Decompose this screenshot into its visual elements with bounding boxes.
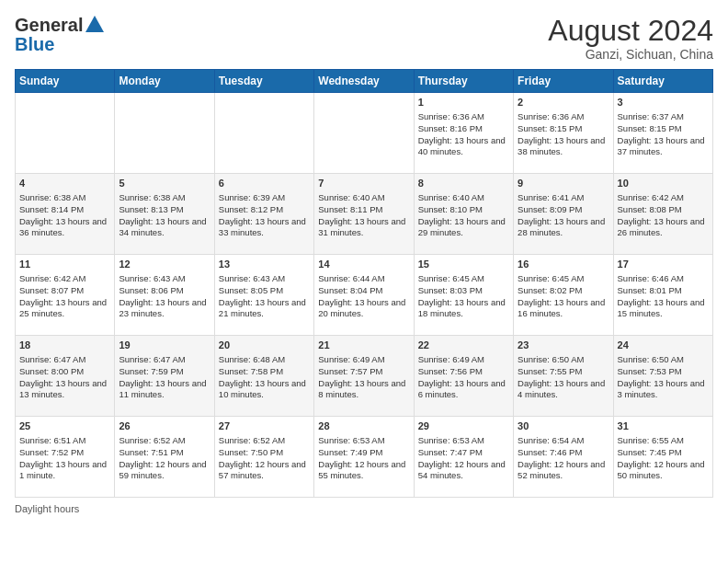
calendar-day-cell: 5Sunrise: 6:38 AM Sunset: 8:13 PM Daylig… — [115, 174, 214, 255]
day-number: 4 — [19, 177, 110, 190]
calendar-day-cell: 7Sunrise: 6:40 AM Sunset: 8:11 PM Daylig… — [314, 174, 414, 255]
day-info: Sunrise: 6:53 AM Sunset: 7:49 PM Dayligh… — [318, 435, 409, 482]
title-area: August 2024 Ganzi, Sichuan, China — [548, 15, 713, 62]
calendar-day-cell: 3Sunrise: 6:37 AM Sunset: 8:15 PM Daylig… — [613, 93, 712, 174]
calendar-day-cell: 4Sunrise: 6:38 AM Sunset: 8:14 PM Daylig… — [16, 174, 115, 255]
col-header-tuesday: Tuesday — [214, 70, 313, 93]
calendar-day-cell: 16Sunrise: 6:45 AM Sunset: 8:02 PM Dayli… — [514, 255, 613, 336]
day-info: Sunrise: 6:43 AM Sunset: 8:06 PM Dayligh… — [119, 273, 210, 320]
calendar-day-cell: 26Sunrise: 6:52 AM Sunset: 7:51 PM Dayli… — [115, 417, 214, 498]
day-number: 2 — [518, 96, 609, 109]
day-info: Sunrise: 6:43 AM Sunset: 8:05 PM Dayligh… — [219, 273, 310, 320]
calendar-day-cell: 25Sunrise: 6:51 AM Sunset: 7:52 PM Dayli… — [16, 417, 115, 498]
day-number: 10 — [618, 177, 709, 190]
month-year-title: August 2024 — [548, 15, 713, 47]
header: General Blue August 2024 Ganzi, Sichuan,… — [15, 15, 713, 62]
day-info: Sunrise: 6:42 AM Sunset: 8:08 PM Dayligh… — [618, 192, 709, 239]
calendar-day-cell: 14Sunrise: 6:44 AM Sunset: 8:04 PM Dayli… — [314, 255, 414, 336]
day-info: Sunrise: 6:50 AM Sunset: 7:53 PM Dayligh… — [618, 354, 709, 401]
calendar-table: SundayMondayTuesdayWednesdayThursdayFrid… — [15, 69, 713, 498]
col-header-thursday: Thursday — [414, 70, 513, 93]
day-number: 13 — [219, 258, 310, 271]
day-number: 27 — [219, 419, 310, 433]
calendar-header-row: SundayMondayTuesdayWednesdayThursdayFrid… — [16, 70, 713, 93]
logo-triangle-icon — [85, 14, 105, 34]
day-number: 29 — [418, 419, 509, 433]
calendar-week-row: 1Sunrise: 6:36 AM Sunset: 8:16 PM Daylig… — [16, 93, 713, 174]
calendar-day-cell: 20Sunrise: 6:48 AM Sunset: 7:58 PM Dayli… — [214, 336, 313, 417]
day-info: Sunrise: 6:51 AM Sunset: 7:52 PM Dayligh… — [19, 435, 110, 482]
day-info: Sunrise: 6:50 AM Sunset: 7:55 PM Dayligh… — [518, 354, 609, 401]
day-number: 7 — [318, 177, 409, 190]
day-number: 9 — [518, 177, 609, 190]
day-info: Sunrise: 6:45 AM Sunset: 8:02 PM Dayligh… — [518, 273, 609, 320]
day-number: 23 — [518, 339, 609, 352]
day-info: Sunrise: 6:40 AM Sunset: 8:11 PM Dayligh… — [318, 192, 409, 239]
daylight-label: Daylight hours — [15, 503, 79, 514]
day-info: Sunrise: 6:38 AM Sunset: 8:13 PM Dayligh… — [119, 192, 210, 239]
calendar-day-cell: 17Sunrise: 6:46 AM Sunset: 8:01 PM Dayli… — [613, 255, 712, 336]
calendar-day-cell: 31Sunrise: 6:55 AM Sunset: 7:45 PM Dayli… — [613, 417, 712, 498]
calendar-day-cell: 23Sunrise: 6:50 AM Sunset: 7:55 PM Dayli… — [514, 336, 613, 417]
day-info: Sunrise: 6:39 AM Sunset: 8:12 PM Dayligh… — [219, 192, 310, 239]
location-subtitle: Ganzi, Sichuan, China — [548, 47, 713, 62]
logo-blue-text: Blue — [15, 34, 54, 55]
calendar-day-cell: 28Sunrise: 6:53 AM Sunset: 7:49 PM Dayli… — [314, 417, 414, 498]
day-info: Sunrise: 6:49 AM Sunset: 7:56 PM Dayligh… — [418, 354, 509, 401]
day-info: Sunrise: 6:47 AM Sunset: 7:59 PM Dayligh… — [119, 354, 210, 401]
col-header-saturday: Saturday — [613, 70, 712, 93]
day-info: Sunrise: 6:44 AM Sunset: 8:04 PM Dayligh… — [318, 273, 409, 320]
day-number: 16 — [518, 258, 609, 271]
calendar-day-cell: 15Sunrise: 6:45 AM Sunset: 8:03 PM Dayli… — [414, 255, 513, 336]
calendar-day-cell: 21Sunrise: 6:49 AM Sunset: 7:57 PM Dayli… — [314, 336, 414, 417]
col-header-friday: Friday — [514, 70, 613, 93]
day-info: Sunrise: 6:48 AM Sunset: 7:58 PM Dayligh… — [219, 354, 310, 401]
calendar-day-cell: 30Sunrise: 6:54 AM Sunset: 7:46 PM Dayli… — [514, 417, 613, 498]
logo: General Blue — [15, 15, 105, 55]
day-info: Sunrise: 6:55 AM Sunset: 7:45 PM Dayligh… — [618, 435, 709, 482]
svg-marker-0 — [85, 16, 104, 32]
calendar-week-row: 18Sunrise: 6:47 AM Sunset: 8:00 PM Dayli… — [16, 336, 713, 417]
col-header-wednesday: Wednesday — [314, 70, 414, 93]
day-info: Sunrise: 6:38 AM Sunset: 8:14 PM Dayligh… — [19, 192, 110, 239]
day-info: Sunrise: 6:52 AM Sunset: 7:50 PM Dayligh… — [219, 435, 310, 482]
col-header-monday: Monday — [115, 70, 214, 93]
calendar-day-cell: 19Sunrise: 6:47 AM Sunset: 7:59 PM Dayli… — [115, 336, 214, 417]
calendar-day-cell — [214, 93, 313, 174]
day-info: Sunrise: 6:40 AM Sunset: 8:10 PM Dayligh… — [418, 192, 509, 239]
day-number: 22 — [418, 339, 509, 352]
day-number: 28 — [318, 419, 409, 433]
day-number: 18 — [19, 339, 110, 352]
day-number: 24 — [618, 339, 709, 352]
day-info: Sunrise: 6:47 AM Sunset: 8:00 PM Dayligh… — [19, 354, 110, 401]
logo-general-text: General — [15, 15, 83, 36]
day-number: 20 — [219, 339, 310, 352]
calendar-week-row: 4Sunrise: 6:38 AM Sunset: 8:14 PM Daylig… — [16, 174, 713, 255]
day-info: Sunrise: 6:54 AM Sunset: 7:46 PM Dayligh… — [518, 435, 609, 482]
day-number: 15 — [418, 258, 509, 271]
day-number: 6 — [219, 177, 310, 190]
calendar-day-cell — [314, 93, 414, 174]
calendar-week-row: 11Sunrise: 6:42 AM Sunset: 8:07 PM Dayli… — [16, 255, 713, 336]
calendar-day-cell — [16, 93, 115, 174]
day-number: 21 — [318, 339, 409, 352]
day-number: 11 — [19, 258, 110, 271]
day-info: Sunrise: 6:49 AM Sunset: 7:57 PM Dayligh… — [318, 354, 409, 401]
day-info: Sunrise: 6:53 AM Sunset: 7:47 PM Dayligh… — [418, 435, 509, 482]
day-number: 3 — [618, 96, 709, 109]
calendar-day-cell: 6Sunrise: 6:39 AM Sunset: 8:12 PM Daylig… — [214, 174, 313, 255]
calendar-day-cell: 13Sunrise: 6:43 AM Sunset: 8:05 PM Dayli… — [214, 255, 313, 336]
calendar-day-cell: 10Sunrise: 6:42 AM Sunset: 8:08 PM Dayli… — [613, 174, 712, 255]
calendar-day-cell: 29Sunrise: 6:53 AM Sunset: 7:47 PM Dayli… — [414, 417, 513, 498]
day-info: Sunrise: 6:37 AM Sunset: 8:15 PM Dayligh… — [618, 111, 709, 158]
col-header-sunday: Sunday — [16, 70, 115, 93]
calendar-day-cell: 1Sunrise: 6:36 AM Sunset: 8:16 PM Daylig… — [414, 93, 513, 174]
calendar-day-cell: 24Sunrise: 6:50 AM Sunset: 7:53 PM Dayli… — [613, 336, 712, 417]
day-number: 17 — [618, 258, 709, 271]
day-info: Sunrise: 6:41 AM Sunset: 8:09 PM Dayligh… — [518, 192, 609, 239]
day-info: Sunrise: 6:36 AM Sunset: 8:15 PM Dayligh… — [518, 111, 609, 158]
footer: Daylight hours — [15, 503, 713, 514]
calendar-day-cell: 22Sunrise: 6:49 AM Sunset: 7:56 PM Dayli… — [414, 336, 513, 417]
day-number: 12 — [119, 258, 210, 271]
day-number: 30 — [518, 419, 609, 433]
